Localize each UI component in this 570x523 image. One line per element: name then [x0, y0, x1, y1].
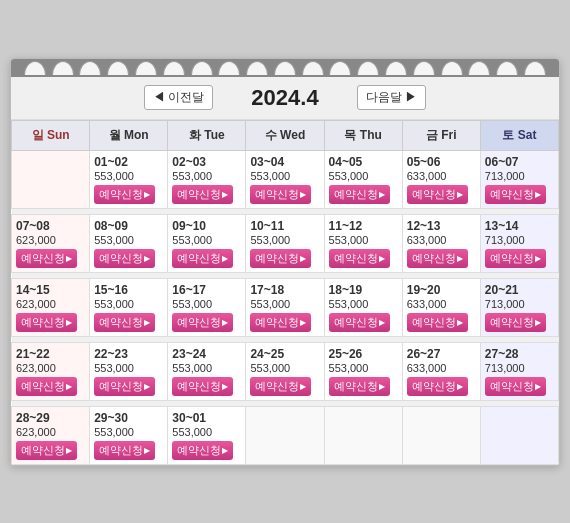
- reserve-button[interactable]: 예약신청: [94, 313, 155, 332]
- table-row: 15~16553,000예약신청: [90, 278, 168, 336]
- reserve-button[interactable]: 예약신청: [329, 249, 390, 268]
- cell-price: 633,000: [407, 298, 478, 310]
- header-fri: 금 Fri: [402, 120, 480, 150]
- cell-date-range: 17~18: [250, 283, 321, 297]
- table-row: 25~26553,000예약신청: [324, 342, 402, 400]
- reserve-button[interactable]: 예약신청: [16, 249, 77, 268]
- cell-price: 553,000: [94, 426, 165, 438]
- calendar-week-row: 21~22623,000예약신청22~23553,000예약신청23~24553…: [12, 342, 559, 400]
- cell-price: 553,000: [172, 362, 243, 374]
- cell-price: 553,000: [329, 298, 400, 310]
- spiral-bump: [274, 61, 296, 75]
- table-row: 27~28713,000예약신청: [480, 342, 558, 400]
- cell-price: 553,000: [250, 234, 321, 246]
- cell-date-range: 22~23: [94, 347, 165, 361]
- cell-price: 553,000: [250, 170, 321, 182]
- calendar-table: 일 Sun 월 Mon 화 Tue 수 Wed 목 Thu 금 Fri 토 Sa…: [11, 120, 559, 465]
- calendar-week-row: 14~15623,000예약신청15~16553,000예약신청16~17553…: [12, 278, 559, 336]
- cell-price: 553,000: [250, 362, 321, 374]
- weekday-header-row: 일 Sun 월 Mon 화 Tue 수 Wed 목 Thu 금 Fri 토 Sa…: [12, 120, 559, 150]
- spiral-bump: [524, 61, 546, 75]
- header-sun: 일 Sun: [12, 120, 90, 150]
- reserve-button[interactable]: 예약신청: [16, 441, 77, 460]
- cell-price: 633,000: [407, 362, 478, 374]
- reserve-button[interactable]: 예약신청: [485, 249, 546, 268]
- cell-date-range: 30~01: [172, 411, 243, 425]
- table-row: 08~09553,000예약신청: [90, 214, 168, 272]
- table-row: 23~24553,000예약신청: [168, 342, 246, 400]
- reserve-button[interactable]: 예약신청: [172, 377, 233, 396]
- calendar-title: 2024.4: [225, 85, 345, 111]
- cell-date-range: 01~02: [94, 155, 165, 169]
- spiral-bump: [357, 61, 379, 75]
- cell-price: 623,000: [16, 298, 87, 310]
- reserve-button[interactable]: 예약신청: [407, 185, 468, 204]
- table-row: 03~04553,000예약신청: [246, 150, 324, 208]
- table-row: 12~13633,000예약신청: [402, 214, 480, 272]
- table-row: 07~08623,000예약신청: [12, 214, 90, 272]
- reserve-button[interactable]: 예약신청: [485, 185, 546, 204]
- header-sat: 토 Sat: [480, 120, 558, 150]
- cell-price: 553,000: [172, 234, 243, 246]
- table-row: 22~23553,000예약신청: [90, 342, 168, 400]
- reserve-button[interactable]: 예약신청: [172, 441, 233, 460]
- cell-date-range: 09~10: [172, 219, 243, 233]
- reserve-button[interactable]: 예약신청: [16, 313, 77, 332]
- reserve-button[interactable]: 예약신청: [329, 185, 390, 204]
- reserve-button[interactable]: 예약신청: [94, 185, 155, 204]
- cell-price: 553,000: [94, 170, 165, 182]
- spiral-bump: [329, 61, 351, 75]
- reserve-button[interactable]: 예약신청: [329, 377, 390, 396]
- cell-price: 623,000: [16, 234, 87, 246]
- calendar-container: ◀ 이전달 2024.4 다음달 ▶ 일 Sun 월 Mon 화 Tue 수 W…: [10, 58, 560, 466]
- reserve-button[interactable]: 예약신청: [485, 377, 546, 396]
- table-row: 21~22623,000예약신청: [12, 342, 90, 400]
- header-thu: 목 Thu: [324, 120, 402, 150]
- spiral-bump: [302, 61, 324, 75]
- reserve-button[interactable]: 예약신청: [94, 377, 155, 396]
- reserve-button[interactable]: 예약신청: [407, 377, 468, 396]
- reserve-button[interactable]: 예약신청: [329, 313, 390, 332]
- spiral-bump: [191, 61, 213, 75]
- next-month-button[interactable]: 다음달 ▶: [357, 85, 426, 110]
- reserve-button[interactable]: 예약신청: [94, 441, 155, 460]
- cell-price: 553,000: [172, 298, 243, 310]
- reserve-button[interactable]: 예약신청: [250, 185, 311, 204]
- reserve-button[interactable]: 예약신청: [407, 313, 468, 332]
- reserve-button[interactable]: 예약신청: [172, 185, 233, 204]
- reserve-button[interactable]: 예약신청: [250, 377, 311, 396]
- table-row: [12, 150, 90, 208]
- table-row: 11~12553,000예약신청: [324, 214, 402, 272]
- reserve-button[interactable]: 예약신청: [94, 249, 155, 268]
- table-row: 24~25553,000예약신청: [246, 342, 324, 400]
- reserve-button[interactable]: 예약신청: [16, 377, 77, 396]
- reserve-button[interactable]: 예약신청: [250, 249, 311, 268]
- nav-header: ◀ 이전달 2024.4 다음달 ▶: [11, 77, 559, 120]
- spiral-decoration: [11, 59, 559, 77]
- table-row: 17~18553,000예약신청: [246, 278, 324, 336]
- reserve-button[interactable]: 예약신청: [172, 249, 233, 268]
- table-row: 20~21713,000예약신청: [480, 278, 558, 336]
- cell-price: 553,000: [94, 298, 165, 310]
- calendar-week-row: 07~08623,000예약신청08~09553,000예약신청09~10553…: [12, 214, 559, 272]
- cell-date-range: 21~22: [16, 347, 87, 361]
- reserve-button[interactable]: 예약신청: [172, 313, 233, 332]
- cell-date-range: 16~17: [172, 283, 243, 297]
- table-row: 06~07713,000예약신청: [480, 150, 558, 208]
- cell-price: 553,000: [329, 362, 400, 374]
- reserve-button[interactable]: 예약신청: [485, 313, 546, 332]
- header-mon: 월 Mon: [90, 120, 168, 150]
- reserve-button[interactable]: 예약신청: [250, 313, 311, 332]
- cell-date-range: 05~06: [407, 155, 478, 169]
- cell-date-range: 04~05: [329, 155, 400, 169]
- cell-date-range: 26~27: [407, 347, 478, 361]
- spiral-bump: [135, 61, 157, 75]
- reserve-button[interactable]: 예약신청: [407, 249, 468, 268]
- prev-month-button[interactable]: ◀ 이전달: [144, 85, 213, 110]
- cell-date-range: 23~24: [172, 347, 243, 361]
- cell-date-range: 24~25: [250, 347, 321, 361]
- cell-date-range: 03~04: [250, 155, 321, 169]
- cell-date-range: 25~26: [329, 347, 400, 361]
- header-tue: 화 Tue: [168, 120, 246, 150]
- table-row: [324, 406, 402, 464]
